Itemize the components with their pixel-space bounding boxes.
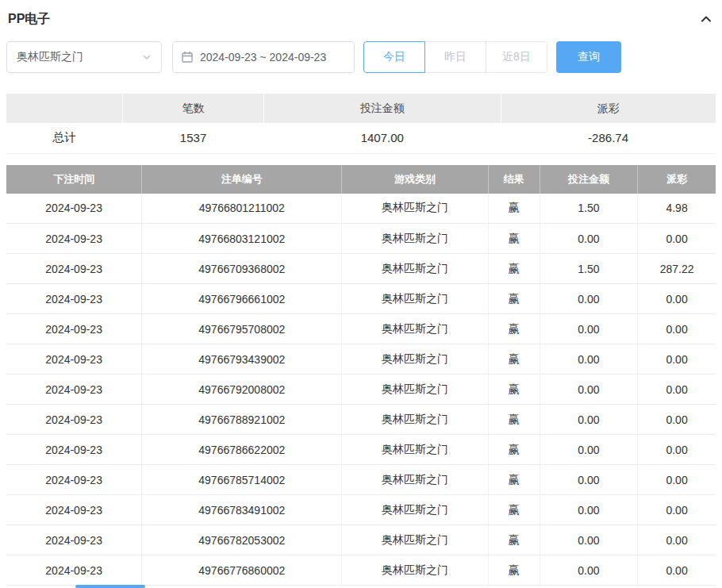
game-select[interactable]: 奥林匹斯之门 [6, 41, 162, 73]
cell-game-type: 奥林匹斯之门 [342, 194, 488, 224]
cell-bet-amount: 0.00 [540, 224, 637, 254]
table-row: 2024-09-2349766795708002奥林匹斯之门赢0.000.00 [6, 314, 716, 344]
column-header-result: 结果 [488, 165, 540, 194]
cell-result: 赢 [488, 525, 540, 555]
cell-payout: 0.00 [638, 435, 716, 465]
cell-result: 赢 [488, 375, 540, 405]
summary-header-count: 笔数 [123, 94, 264, 123]
cell-result: 赢 [488, 224, 540, 254]
cell-bet-amount: 0.00 [540, 284, 637, 314]
collapse-chevron-up-icon[interactable] [698, 11, 714, 27]
cell-result: 赢 [488, 435, 540, 465]
summary-total-label: 总计 [6, 123, 123, 153]
cell-game-type: 奥林匹斯之门 [342, 344, 488, 375]
quick-button-yesterday[interactable]: 昨日 [424, 41, 486, 73]
table-row: 2024-09-2349766793439002奥林匹斯之门赢0.000.00 [6, 344, 716, 375]
cell-payout: 0.00 [638, 465, 716, 495]
cell-bet-amount: 1.50 [540, 194, 637, 224]
summary-header-row: 笔数 投注金额 派彩 [6, 94, 716, 123]
cell-order-id: 49766801211002 [142, 194, 342, 224]
cell-result: 赢 [488, 495, 540, 525]
cell-order-id: 49766785714002 [142, 465, 342, 495]
summary-table: 笔数 投注金额 派彩 总计 1537 1407.00 -286.74 [6, 94, 716, 154]
quick-button-last-8-days[interactable]: 近8日 [486, 41, 547, 73]
cell-bet-time: 2024-09-23 [6, 495, 142, 525]
cell-order-id: 49766793439002 [142, 344, 342, 375]
cell-bet-time: 2024-09-23 [6, 254, 142, 284]
cell-result: 赢 [488, 284, 540, 314]
cell-payout: 0.00 [638, 344, 716, 375]
quick-date-button-group: 今日昨日近8日 [363, 41, 547, 73]
bets-table: 下注时间注单编号游戏类别结果投注金额派彩 2024-09-23497668012… [6, 165, 716, 586]
cell-bet-amount: 0.00 [540, 465, 637, 495]
cell-order-id: 49766783491002 [142, 495, 342, 525]
table-row: 2024-09-2349766776860002奥林匹斯之门赢0.000.00 [6, 555, 716, 586]
cell-order-id: 49766776860002 [142, 555, 342, 586]
filter-bar: 奥林匹斯之门 2024-09-23 ~ 2024-09-23 今日昨日近8日 查… [6, 41, 716, 73]
cell-order-id: 49766709368002 [142, 254, 342, 284]
date-range-input[interactable]: 2024-09-23 ~ 2024-09-23 [172, 41, 355, 73]
summary-header-payout: 派彩 [501, 94, 716, 123]
query-button[interactable]: 查询 [556, 41, 621, 73]
cell-order-id: 49766782053002 [142, 525, 342, 555]
cell-bet-time: 2024-09-23 [6, 405, 142, 435]
cell-result: 赢 [488, 405, 540, 435]
quick-button-today[interactable]: 今日 [363, 41, 425, 73]
pp-games-panel: PP电子 奥林匹斯之门 2024-09-23 ~ 2024-09-23 今日昨 [0, 0, 722, 588]
summary-header-blank [6, 94, 123, 123]
table-row: 2024-09-2349766788921002奥林匹斯之门赢0.000.00 [6, 405, 716, 435]
chevron-down-icon [142, 52, 152, 62]
cell-payout: 0.00 [638, 284, 716, 314]
panel-header: PP电子 [6, 0, 716, 29]
cell-result: 赢 [488, 465, 540, 495]
cell-game-type: 奥林匹斯之门 [342, 495, 488, 525]
cell-game-type: 奥林匹斯之门 [342, 465, 488, 495]
table-row: 2024-09-2349766709368002奥林匹斯之门赢1.50287.2… [6, 254, 716, 284]
cell-payout: 0.00 [638, 314, 716, 344]
summary-bet-amount-value: 1407.00 [264, 123, 501, 153]
cell-bet-time: 2024-09-23 [6, 314, 142, 344]
cell-bet-amount: 1.50 [540, 254, 637, 284]
cell-bet-time: 2024-09-23 [6, 375, 142, 405]
cell-payout: 4.98 [638, 194, 716, 224]
cell-bet-amount: 0.00 [540, 405, 637, 435]
cell-bet-time: 2024-09-23 [6, 525, 142, 555]
cell-bet-time: 2024-09-23 [6, 435, 142, 465]
cell-payout: 0.00 [638, 555, 716, 586]
table-row: 2024-09-2349766782053002奥林匹斯之门赢0.000.00 [6, 525, 716, 555]
calendar-icon [181, 51, 194, 63]
cell-bet-amount: 0.00 [540, 435, 637, 465]
cell-result: 赢 [488, 344, 540, 375]
summary-total-row: 总计 1537 1407.00 -286.74 [6, 123, 716, 153]
cell-bet-amount: 0.00 [540, 555, 637, 586]
cell-result: 赢 [488, 254, 540, 284]
cell-bet-time: 2024-09-23 [6, 194, 142, 224]
summary-header-bet-amount: 投注金额 [264, 94, 501, 123]
table-row: 2024-09-2349766803121002奥林匹斯之门赢0.000.00 [6, 224, 716, 254]
cell-bet-time: 2024-09-23 [6, 555, 142, 586]
cell-result: 赢 [488, 555, 540, 586]
cell-bet-time: 2024-09-23 [6, 344, 142, 375]
cell-bet-time: 2024-09-23 [6, 224, 142, 254]
summary-payout-value: -286.74 [501, 123, 716, 153]
cell-game-type: 奥林匹斯之门 [342, 224, 488, 254]
cell-payout: 0.00 [638, 405, 716, 435]
cell-order-id: 49766786622002 [142, 435, 342, 465]
cell-bet-amount: 0.00 [540, 344, 637, 375]
cell-bet-amount: 0.00 [540, 314, 637, 344]
table-row: 2024-09-2349766796661002奥林匹斯之门赢0.000.00 [6, 284, 716, 314]
cell-result: 赢 [488, 194, 540, 224]
cell-game-type: 奥林匹斯之门 [342, 314, 488, 344]
horizontal-scrollbar-thumb[interactable] [75, 585, 145, 588]
cell-game-type: 奥林匹斯之门 [342, 375, 488, 405]
cell-bet-time: 2024-09-23 [6, 465, 142, 495]
cell-game-type: 奥林匹斯之门 [342, 435, 488, 465]
column-header-game-type: 游戏类别 [342, 165, 488, 194]
cell-game-type: 奥林匹斯之门 [342, 284, 488, 314]
table-row: 2024-09-2349766783491002奥林匹斯之门赢0.000.00 [6, 495, 716, 525]
cell-bet-amount: 0.00 [540, 495, 637, 525]
cell-order-id: 49766803121002 [142, 224, 342, 254]
summary-count-value: 1537 [123, 123, 264, 153]
bets-table-body: 2024-09-2349766801211002奥林匹斯之门赢1.504.982… [6, 194, 716, 586]
date-range-value: 2024-09-23 ~ 2024-09-23 [200, 51, 326, 63]
